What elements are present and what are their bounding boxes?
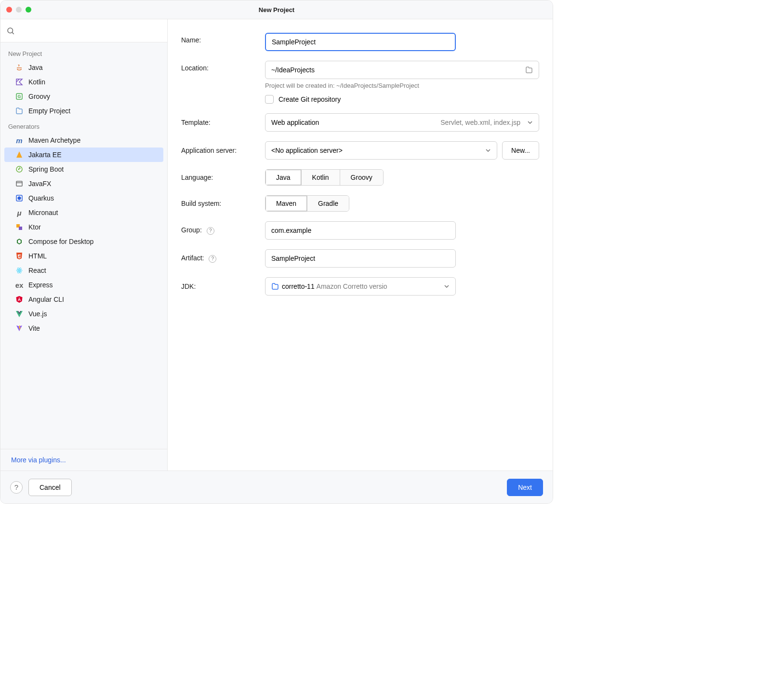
location-value: ~/IdeaProjects [271,66,521,74]
language-option-kotlin[interactable]: Kotlin [302,170,340,185]
sidebar-item-java[interactable]: Java [4,60,163,75]
search-icon [6,27,15,35]
window-title: New Project [0,6,553,13]
groovy-icon: G [15,92,24,101]
sidebar-item-label: Angular CLI [28,296,64,303]
svg-text:G: G [17,94,21,99]
jakarta-icon [15,150,24,159]
template-value: Web application [271,119,437,126]
language-option-groovy[interactable]: Groovy [340,170,383,185]
sidebar-item-vue[interactable]: Vue.js [4,307,163,321]
artifact-input[interactable] [265,249,456,268]
jdk-dropdown[interactable]: corretto-11 Amazon Corretto versio [265,277,456,296]
chevron-down-icon [444,283,450,289]
sidebar-item-label: Kotlin [28,78,45,86]
quarkus-icon [15,194,24,202]
language-segment-group: Java Kotlin Groovy [265,169,384,186]
appserver-label: Application server: [181,147,265,154]
svg-line-1 [12,32,13,34]
language-label: Language: [181,174,265,181]
folder-icon [525,66,533,74]
buildsystem-option-maven[interactable]: Maven [265,196,307,211]
svg-rect-9 [19,227,22,230]
location-hint: Project will be created in: ~/IdeaProjec… [265,82,539,89]
window-maximize-button[interactable] [26,7,31,13]
section-header-new-project: New Project [0,45,167,60]
sidebar-item-spring-boot[interactable]: Spring Boot [4,162,163,176]
window-close-button[interactable] [6,7,12,13]
traffic-lights [6,7,31,13]
react-icon [15,266,24,275]
sidebar-item-label: Maven Archetype [28,136,80,144]
artifact-help-icon[interactable]: ? [209,255,216,263]
chevron-down-icon [485,148,491,153]
chevron-down-icon [527,120,533,125]
buildsystem-segment-group: Maven Gradle [265,195,349,212]
help-button[interactable]: ? [10,481,23,494]
cancel-button[interactable]: Cancel [28,479,72,496]
group-help-icon[interactable]: ? [207,227,214,235]
group-label: Group: ? [181,226,265,235]
search-input[interactable] [18,27,161,35]
sidebar-item-vite[interactable]: Vite [4,321,163,336]
main-form: Name: Location: ~/IdeaProjects Project w… [168,19,553,471]
titlebar: New Project [0,0,553,19]
sidebar-item-groovy[interactable]: G Groovy [4,89,163,104]
sidebar-item-express[interactable]: ex Express [4,278,163,292]
spring-icon [15,165,24,174]
appserver-new-button[interactable]: New... [502,141,539,160]
sidebar-item-label: Empty Project [28,107,70,115]
sidebar-item-maven-archetype[interactable]: m Maven Archetype [4,133,163,148]
sidebar-item-angular[interactable]: Angular CLI [4,292,163,307]
appserver-dropdown[interactable]: <No application server> [265,141,497,160]
micronaut-icon: μ [15,208,24,217]
appserver-value: <No application server> [271,147,481,154]
git-checkbox[interactable] [265,95,274,104]
kotlin-icon [15,78,24,86]
section-header-generators: Generators [0,118,167,133]
sidebar-item-kotlin[interactable]: Kotlin [4,75,163,89]
sidebar-item-label: Jakarta EE [28,151,61,159]
next-button[interactable]: Next [507,479,543,496]
sidebar-item-javafx[interactable]: JavaFX [4,176,163,191]
sidebar-item-label: HTML [28,252,47,260]
git-label: Create Git repository [278,95,341,103]
sidebar-item-html[interactable]: HTML [4,249,163,263]
sidebar-item-label: Express [28,281,53,289]
ktor-icon [15,223,24,231]
sidebar-item-empty-project[interactable]: Empty Project [4,104,163,118]
sidebar-item-label: React [28,267,46,274]
sidebar-item-label: Spring Boot [28,165,64,173]
sidebar-item-label: Java [28,64,43,71]
search-wrap [0,19,167,42]
template-label: Template: [181,119,265,126]
sidebar-item-jakarta-ee[interactable]: Jakarta EE [4,148,163,162]
more-via-plugins-link[interactable]: More via plugins... [0,449,167,471]
group-input[interactable] [265,221,456,240]
window-minimize-button[interactable] [16,7,22,13]
sidebar-item-ktor[interactable]: Ktor [4,220,163,234]
sidebar-item-react[interactable]: React [4,263,163,278]
sidebar-item-label: Vite [28,324,40,332]
language-option-java[interactable]: Java [265,170,302,185]
sidebar: New Project Java Kotlin G [0,19,168,471]
vue-icon [15,310,24,318]
name-input[interactable] [265,33,456,51]
sidebar-item-label: Vue.js [28,310,47,318]
sidebar-item-quarkus[interactable]: Quarkus [4,191,163,205]
jdk-folder-icon [271,283,279,290]
sidebar-item-label: Quarkus [28,194,54,202]
artifact-label: Artifact: ? [181,254,265,263]
buildsystem-option-gradle[interactable]: Gradle [307,196,349,211]
jdk-value: corretto-11 Amazon Corretto versio [271,283,440,290]
jdk-label: JDK: [181,283,265,290]
maven-icon: m [15,136,24,145]
buildsystem-label: Build system: [181,200,265,207]
template-dropdown[interactable]: Web application Servlet, web.xml, index.… [265,113,539,132]
angular-icon [15,295,24,304]
svg-rect-5 [16,181,22,186]
sidebar-item-compose[interactable]: Compose for Desktop [4,234,163,249]
location-input[interactable]: ~/IdeaProjects [265,61,539,79]
sidebar-item-label: Compose for Desktop [28,238,93,245]
sidebar-item-micronaut[interactable]: μ Micronaut [4,205,163,220]
